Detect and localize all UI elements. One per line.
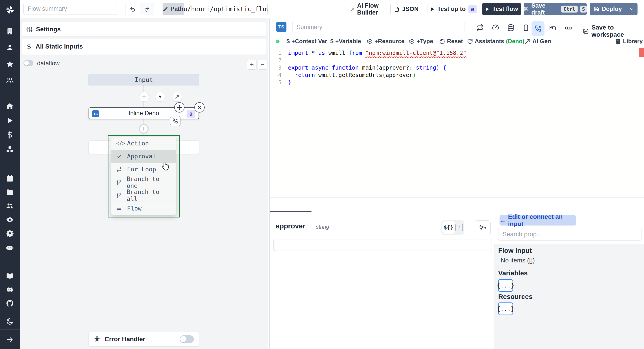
variables-chip[interactable]: {...} — [498, 279, 513, 292]
test-flow-button[interactable]: Test flow — [482, 3, 521, 15]
library-button[interactable]: Library — [616, 38, 643, 45]
library-label: Library — [623, 38, 643, 45]
calendar-icon[interactable] — [6, 175, 14, 183]
zoom-out-button[interactable]: − — [258, 60, 268, 70]
redo-button[interactable] — [140, 3, 154, 15]
zoom-in-button[interactable]: + — [247, 60, 257, 70]
add-type-button[interactable]: +Type — [409, 38, 433, 45]
test-up-to-button[interactable]: Test up to a — [428, 3, 480, 15]
error-handler-node[interactable]: Error Handler — [88, 332, 199, 346]
undo-button[interactable] — [126, 3, 140, 15]
moon-icon[interactable] — [6, 317, 14, 325]
users-gear-icon[interactable] — [6, 202, 14, 210]
typescript-badge: TS — [92, 110, 99, 117]
assistants-button[interactable]: Assistants (Deno) — [467, 38, 524, 45]
windmill-logo-icon[interactable] — [5, 5, 15, 15]
dollar-icon: $ — [286, 38, 290, 45]
search-prop-input[interactable]: Search prop... — [498, 228, 642, 241]
star-icon[interactable] — [6, 60, 14, 68]
flow-input-title: Flow Input — [498, 247, 532, 254]
retries-icon[interactable] — [476, 24, 485, 33]
edit-or-connect-button[interactable]: ← Edit or connect an input — [500, 215, 576, 225]
add-step-button[interactable] — [139, 92, 149, 102]
eye-icon[interactable] — [6, 216, 14, 224]
deploy-button[interactable]: Deploy — [590, 3, 626, 15]
ai-gen-button[interactable]: AI Gen — [525, 38, 551, 45]
json-button[interactable]: JSON — [390, 3, 422, 15]
step-editor-panel: TS Summary Save to workspace $ — [270, 18, 644, 349]
left-rail — [0, 0, 20, 349]
users-group-icon[interactable] — [6, 76, 14, 84]
reset-label: Reset — [447, 38, 463, 45]
path-value[interactable]: u/henri/optimistic_flow — [184, 3, 268, 15]
flow-summary-input[interactable]: Flow summary — [24, 3, 118, 15]
add-context-var-label: +Context Var — [291, 38, 327, 45]
sleep-icon[interactable] — [549, 24, 558, 33]
arrow-right-icon[interactable] — [6, 335, 14, 344]
add-variable-label: +Variable — [335, 38, 361, 45]
path-label-cell[interactable]: Path — [163, 3, 184, 15]
building-icon[interactable] — [6, 27, 14, 35]
play-icon[interactable] — [6, 117, 14, 125]
input-node[interactable]: Input — [88, 74, 199, 85]
path-group[interactable]: Path u/henri/optimistic_flow — [162, 3, 268, 15]
cubes-icon[interactable] — [6, 145, 14, 153]
robot-icon[interactable] — [6, 243, 14, 251]
deploy-more-button[interactable] — [626, 3, 638, 15]
gear-icon[interactable] — [6, 229, 14, 237]
expr-mode-button-active[interactable]: ${} — [442, 221, 455, 234]
add-variable-button[interactable]: $ +Variable — [330, 38, 361, 45]
menu-item-label: For Loop — [127, 166, 156, 173]
save-to-workspace-button[interactable]: Save to workspace — [583, 24, 644, 38]
summary-input[interactable]: Summary — [292, 21, 464, 33]
move-step-button[interactable] — [174, 102, 184, 113]
flow-graph-panel: Settings All Static Inputs dataflow + − … — [20, 18, 268, 349]
error-handler-toggle[interactable] — [180, 335, 194, 343]
fn-mode-button[interactable]: f — [455, 224, 463, 231]
github-icon[interactable] — [6, 299, 14, 307]
menu-item-action[interactable]: </> Action — [111, 137, 176, 150]
connect-input-button[interactable] — [475, 220, 490, 235]
delete-step-button[interactable] — [194, 102, 204, 113]
save-icon — [594, 7, 599, 12]
dollar-icon[interactable] — [6, 131, 14, 139]
user-icon[interactable] — [6, 44, 14, 52]
code-editor[interactable]: 1 2 3 4 5 import * as wmill from "npm:wi… — [270, 48, 644, 198]
book-icon[interactable] — [6, 272, 14, 280]
ai-suggest-button[interactable] — [172, 92, 182, 101]
trigger-button[interactable] — [156, 92, 165, 101]
suspend-approval-button-active[interactable] — [532, 21, 544, 36]
redo-icon — [144, 6, 150, 12]
package-icon — [409, 39, 415, 44]
menu-item-branch-to-one[interactable]: Branch to one — [111, 176, 176, 189]
phone-incoming-icon — [172, 118, 178, 124]
all-static-inputs-row[interactable]: All Static Inputs — [22, 38, 266, 55]
flow-settings-row[interactable]: Settings — [22, 22, 266, 37]
lifetime-voicemail-icon[interactable] — [564, 24, 574, 33]
add-type-label: +Type — [416, 38, 433, 45]
resources-chip[interactable]: {...} — [498, 302, 513, 315]
ai-flow-builder-label: AI Flow Builder — [357, 2, 386, 16]
add-resource-button[interactable]: +Resource — [367, 38, 404, 45]
connector — [144, 85, 144, 92]
insert-step-button-active[interactable] — [139, 124, 149, 134]
reset-button[interactable]: Reset — [440, 38, 463, 45]
menu-item-flow[interactable]: Flow — [111, 202, 176, 215]
test-up-to-label: Test up to — [438, 6, 466, 13]
early-stop-gauge-icon[interactable] — [492, 24, 501, 33]
discord-icon[interactable] — [6, 286, 14, 294]
mock-icon[interactable] — [522, 24, 531, 33]
undo-icon — [130, 6, 136, 12]
menu-item-approval[interactable]: Approval — [111, 150, 176, 163]
cache-database-icon[interactable] — [507, 24, 516, 33]
ai-flow-builder-button[interactable]: AI Flow Builder — [350, 3, 386, 15]
step-id-badge: a — [187, 110, 195, 118]
menu-item-branch-to-all[interactable]: Branch to all — [111, 189, 176, 202]
dataflow-toggle[interactable] — [24, 60, 33, 66]
home-icon[interactable] — [6, 102, 14, 110]
folder-icon[interactable] — [6, 188, 14, 196]
save-draft-button[interactable]: Save draft Ctrl S — [524, 3, 587, 15]
arg-value-input[interactable] — [274, 239, 492, 251]
add-context-var-button[interactable]: $ +Context Var — [286, 38, 327, 45]
inline-deno-label: Inline Deno — [128, 110, 159, 117]
